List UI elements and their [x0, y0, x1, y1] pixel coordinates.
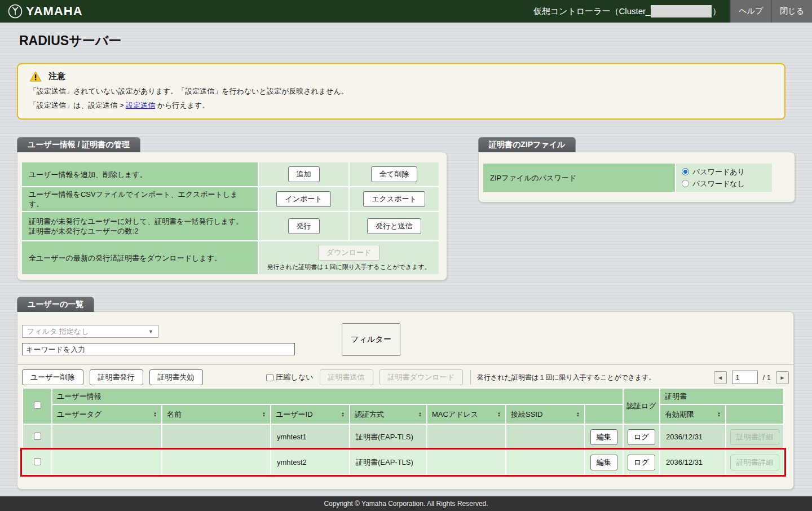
issue-and-send-button[interactable]: 発行と送信: [367, 218, 421, 234]
sort-icon[interactable]: ▲▼: [576, 412, 580, 417]
warning-icon: [29, 71, 42, 82]
table-row: ymhtest1 証明書(EAP-TLS) 編集 ログ 2036/12/31 証…: [23, 425, 783, 449]
user-table: ユーザー情報 認証ログ 証明書 ユーザータグ▲▼ 名前▲▼ ユーザーID▲▼ 認…: [22, 387, 783, 475]
radio-password-off[interactable]: パスワードなし: [682, 179, 766, 189]
select-all-cell: [23, 389, 51, 424]
edit-button[interactable]: 編集: [590, 429, 617, 445]
brand-text: YAMAHA: [26, 4, 83, 19]
chevron-down-icon: ▼: [148, 329, 153, 334]
group-header-certificate: 証明書: [660, 389, 783, 404]
log-button[interactable]: ログ: [628, 455, 655, 470]
no-compress-checkbox[interactable]: [266, 374, 273, 381]
import-button[interactable]: インポート: [276, 191, 330, 207]
tab-cert-zip-file: 証明書のZIPファイル: [478, 137, 576, 152]
cell-auth-method: 証明書(EAP-TLS): [350, 425, 426, 449]
cert-zip-panel: ZIPファイルのパスワード パスワードあり パスワードなし: [478, 152, 795, 202]
row-checkbox[interactable]: [34, 458, 41, 465]
page-total: / 1: [763, 373, 771, 382]
issue-certificates-button[interactable]: 発行: [288, 218, 320, 234]
top-bar: YAMAHA 仮想コントローラー（Cluster_ ） ヘルプ 閉じる: [0, 0, 812, 23]
radio-password-on[interactable]: パスワードあり: [682, 167, 766, 177]
controller-title: 仮想コントローラー（Cluster_ ）: [533, 5, 721, 17]
notice-box: 注意 「設定送信」されていない設定があります。「設定送信」を行わないと設定が反映…: [17, 63, 785, 120]
revoke-cert-button[interactable]: 証明書失効: [149, 369, 203, 385]
add-user-button[interactable]: 追加: [288, 166, 320, 182]
cert-detail-button[interactable]: 証明書詳細: [730, 429, 779, 445]
zip-password-label: ZIPファイルのパスワード: [483, 164, 675, 192]
download-cert-button[interactable]: 証明書ダウンロード: [379, 369, 464, 385]
keyword-input[interactable]: [22, 343, 295, 355]
divider: [470, 370, 471, 385]
cell-user-id: ymhtest1: [271, 425, 349, 449]
cell-expiry: 2036/12/31: [660, 425, 725, 449]
notice-title: 注意: [48, 71, 65, 82]
export-button[interactable]: エクスポート: [363, 191, 425, 207]
page-number-input[interactable]: [732, 371, 758, 384]
sort-icon[interactable]: ▲▼: [418, 412, 422, 417]
close-button[interactable]: 閉じる: [771, 0, 812, 23]
log-button[interactable]: ログ: [628, 429, 655, 445]
group-header-user-info: ユーザー情報: [52, 389, 623, 404]
col-header-mac[interactable]: MACアドレス▲▼: [427, 405, 505, 424]
yamaha-logo: YAMAHA: [8, 4, 83, 19]
col-header-expiry[interactable]: 有効期限▲▼: [660, 405, 725, 424]
row-checkbox[interactable]: [34, 433, 41, 440]
tab-user-cert-management: ユーザー情報 / 証明書の管理: [17, 137, 140, 152]
download-all-certs-button[interactable]: ダウンロード: [318, 245, 380, 261]
mgmt-row3-label: 証明書が未発行なユーザーに対して、証明書を一括発行します。 証明書が未発行なユー…: [22, 212, 258, 240]
filter-type-select[interactable]: フィルタ 指定なし ▼: [22, 325, 158, 338]
cell-ssid: [506, 450, 584, 474]
settings-send-link[interactable]: 設定送信: [126, 101, 155, 109]
send-cert-button[interactable]: 証明書送信: [320, 369, 373, 385]
cell-user-tag: [52, 425, 161, 449]
cell-mac: [427, 450, 505, 474]
radio-selected-icon[interactable]: [682, 168, 689, 175]
notice-line1: 「設定送信」されていない設定があります。「設定送信」を行わないと設定が反映されま…: [29, 86, 773, 96]
col-header-ssid[interactable]: 接続SSID▲▼: [506, 405, 584, 424]
mgmt-row1-label: ユーザー情報を追加、削除します。: [22, 162, 258, 186]
cell-user-tag: [52, 450, 161, 474]
edit-button[interactable]: 編集: [590, 455, 617, 470]
no-compress-checkbox-group[interactable]: 圧縮しない: [266, 372, 314, 382]
user-cert-management-panel: ユーザー情報を追加、削除します。 追加 全て削除 ユーザー情報をCSVファイルで…: [17, 152, 447, 280]
page-title: RADIUSサーバー: [19, 32, 121, 50]
mgmt-row4-label: 全ユーザーの最新の発行済証明書をダウンロードします。: [22, 241, 258, 274]
mgmt-row2-label: ユーザー情報をCSVファイルでインポート、エクスポートします。: [22, 187, 258, 211]
pagination: ◄ / 1 ►: [714, 371, 789, 384]
cell-ssid: [506, 425, 584, 449]
next-page-button[interactable]: ►: [776, 371, 789, 384]
filter-button[interactable]: フィルター: [342, 323, 400, 356]
cert-detail-button[interactable]: 証明書詳細: [730, 455, 779, 470]
col-header-user-tag[interactable]: ユーザータグ▲▼: [52, 405, 161, 424]
issue-cert-button[interactable]: 証明書発行: [90, 369, 143, 385]
help-button[interactable]: ヘルプ: [730, 0, 771, 23]
delete-user-button[interactable]: ユーザー削除: [22, 369, 83, 385]
cell-name: [162, 450, 270, 474]
cell-auth-method: 証明書(EAP-TLS): [350, 450, 426, 474]
notice-line2: 「設定送信」は、設定送信 > 設定送信 から行えます。: [29, 100, 773, 110]
sort-icon[interactable]: ▲▼: [497, 412, 501, 417]
divider: [17, 364, 793, 365]
delete-all-users-button[interactable]: 全て削除: [371, 166, 417, 182]
cell-user-id: ymhtest2: [271, 450, 349, 474]
col-header-detail: [726, 405, 783, 424]
col-header-auth-log: 認証ログ: [624, 389, 659, 424]
download-note: 発行された証明書は１回に限り入手することができます。: [267, 263, 431, 271]
cluster-name-redacted: [651, 5, 712, 17]
footer: Copyright © Yamaha Corporation. All Righ…: [0, 496, 812, 511]
cert-once-note: 発行された証明書は１回に限り入手することができます。: [477, 373, 655, 382]
col-header-name[interactable]: 名前▲▼: [162, 405, 270, 424]
select-all-checkbox[interactable]: [34, 402, 41, 409]
col-header-user-id[interactable]: ユーザーID▲▼: [271, 405, 349, 424]
user-list-panel: フィルタ 指定なし ▼ フィルター ユーザー削除 証明書発行 証明書失効 圧縮し…: [17, 311, 794, 490]
prev-page-button[interactable]: ◄: [714, 371, 727, 384]
sort-icon[interactable]: ▲▼: [717, 412, 721, 417]
sort-icon[interactable]: ▲▼: [262, 412, 266, 417]
sort-icon[interactable]: ▲▼: [153, 412, 157, 417]
table-row-highlighted: ymhtest2 証明書(EAP-TLS) 編集 ログ 2036/12/31 証…: [23, 450, 783, 474]
sort-icon[interactable]: ▲▼: [341, 412, 345, 417]
col-header-auth-method[interactable]: 認証方式▲▼: [350, 405, 426, 424]
tab-user-list: ユーザーの一覧: [17, 297, 94, 312]
radio-unselected-icon[interactable]: [682, 180, 689, 187]
yamaha-tuning-fork-icon: [8, 4, 23, 19]
